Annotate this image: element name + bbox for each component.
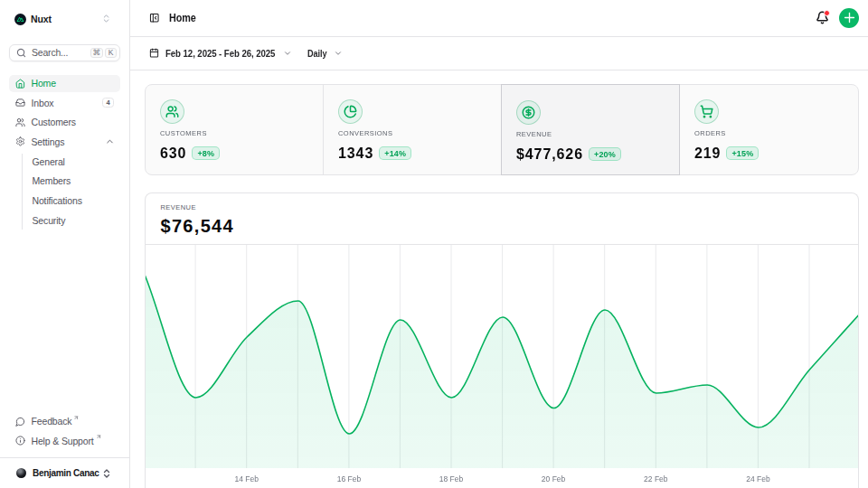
svg-text:20 Feb: 20 Feb xyxy=(541,474,565,483)
svg-text:18 Feb: 18 Feb xyxy=(439,474,463,483)
svg-text:16 Feb: 16 Feb xyxy=(336,474,361,483)
svg-text:14 Feb: 14 Feb xyxy=(234,474,259,483)
svg-text:24 Feb: 24 Feb xyxy=(746,474,770,483)
svg-text:22 Feb: 22 Feb xyxy=(644,474,668,483)
